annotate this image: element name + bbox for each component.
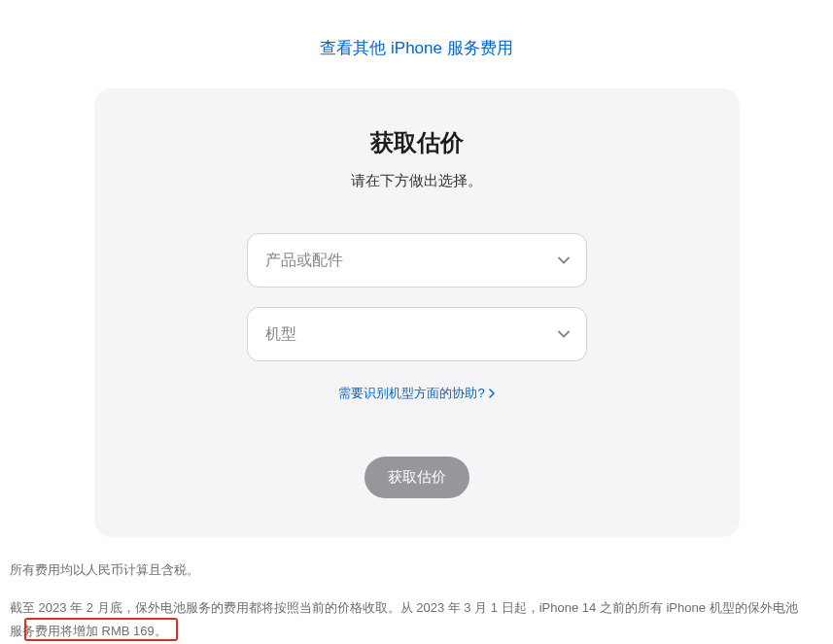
product-select[interactable]: 产品或配件 (247, 233, 587, 288)
footnote-price-change: 截至 2023 年 2 月底，保外电池服务的费用都将按照当前的价格收取。从 20… (10, 596, 807, 644)
product-select-label: 产品或配件 (265, 251, 343, 271)
footnotes: 所有费用均以人民币计算且含税。 截至 2023 年 2 月底，保外电池服务的费用… (10, 559, 807, 644)
other-iphone-service-link[interactable]: 查看其他 iPhone 服务费用 (320, 39, 512, 57)
chevron-down-icon (557, 254, 571, 267)
identify-model-help-link[interactable]: 需要识别机型方面的协助? (338, 385, 494, 402)
card-subtitle: 请在下方做出选择。 (133, 172, 701, 190)
chevron-down-icon (557, 327, 571, 341)
model-select[interactable]: 机型 (247, 307, 587, 361)
chevron-right-icon (489, 387, 495, 401)
card-title: 获取估价 (133, 127, 701, 158)
estimate-card: 获取估价 请在下方做出选择。 产品或配件 机型 需要识别机型方面的协助? 获取估… (94, 88, 740, 537)
footnote-tax: 所有费用均以人民币计算且含税。 (10, 559, 807, 583)
help-link-label: 需要识别机型方面的协助? (338, 385, 484, 402)
model-select-label: 机型 (265, 324, 296, 345)
get-estimate-button[interactable]: 获取估价 (364, 457, 469, 498)
